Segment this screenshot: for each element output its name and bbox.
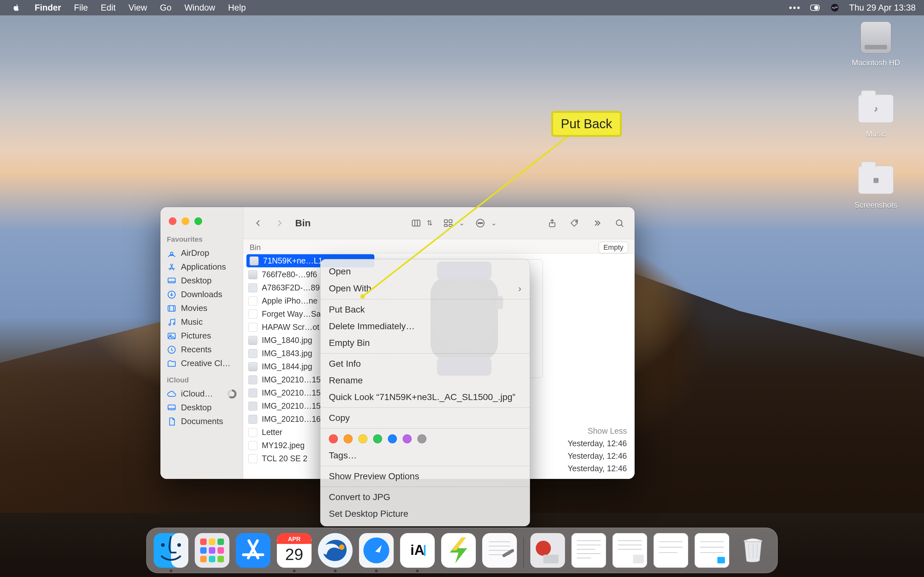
dock-ia-writer[interactable]: iA xyxy=(400,533,435,568)
fullscreen-button[interactable] xyxy=(194,218,202,225)
ctx-set-desktop-picture[interactable]: Set Desktop Picture xyxy=(320,506,530,522)
group-by-icon[interactable] xyxy=(441,216,455,230)
dock-finder[interactable] xyxy=(153,533,188,568)
tag-purple[interactable] xyxy=(403,434,412,443)
dock-thunderbird[interactable] xyxy=(318,533,352,568)
menu-go[interactable]: Go xyxy=(160,3,172,13)
ctx-open[interactable]: Open xyxy=(320,263,530,280)
tag-yellow[interactable] xyxy=(359,434,367,443)
ctx-tags[interactable]: Tags… xyxy=(320,447,530,464)
tag-green[interactable] xyxy=(373,434,382,443)
tag-blue[interactable] xyxy=(388,434,397,443)
menu-edit[interactable]: Edit xyxy=(101,3,116,13)
file-name: HAPAW Scr…ot xyxy=(262,322,319,332)
sidebar-item-recents[interactable]: Recents xyxy=(160,343,243,356)
dock-safari[interactable] xyxy=(359,533,394,568)
dock-app-green[interactable] xyxy=(441,533,476,568)
menu-file[interactable]: File xyxy=(74,3,88,13)
search-icon[interactable] xyxy=(613,216,626,230)
share-icon[interactable] xyxy=(545,216,559,230)
tag-grey[interactable] xyxy=(417,434,426,443)
show-less-link[interactable]: Show Less xyxy=(588,426,627,436)
toolbar-overflow-icon[interactable] xyxy=(590,216,604,230)
menu-window[interactable]: Window xyxy=(184,3,215,13)
finder-title: Bin xyxy=(295,218,310,229)
file-icon xyxy=(248,297,257,306)
svg-point-37 xyxy=(178,543,181,546)
menubar-app-name[interactable]: Finder xyxy=(35,3,61,13)
forward-button[interactable] xyxy=(273,216,286,230)
file-name: IMG_1840.jpg xyxy=(262,335,312,345)
ctx-empty-bin[interactable]: Empty Bin xyxy=(320,335,530,351)
dock-launchpad[interactable] xyxy=(195,533,229,568)
sidebar-heading-favourites: Favourites xyxy=(160,234,243,246)
menu-extra-overflow-icon[interactable]: ••• xyxy=(790,4,800,11)
ctx-sep xyxy=(320,353,530,354)
sidebar-item-icloud-[interactable]: iCloud… xyxy=(160,387,243,401)
dock-minimized-window-1[interactable] xyxy=(530,533,565,568)
sidebar-item-documents[interactable]: Documents xyxy=(160,414,243,428)
sidebar-item-desktop[interactable]: Desktop xyxy=(160,274,243,287)
desktop-icon-macintosh-hd[interactable]: Macintosh HD xyxy=(850,20,901,67)
file-name: Forget Way…Sa xyxy=(262,309,321,319)
view-columns-icon[interactable] xyxy=(409,216,423,230)
sidebar-item-movies[interactable]: Movies xyxy=(160,301,243,315)
file-name: Letter xyxy=(262,428,282,437)
ctx-show-preview-options[interactable]: Show Preview Options xyxy=(320,468,530,485)
desktop-icon-music[interactable]: ♪ Music xyxy=(850,91,901,139)
chevron-down-icon[interactable]: ⌄ xyxy=(459,219,465,227)
tag-red[interactable] xyxy=(329,434,338,443)
sidebar-item-desktop[interactable]: Desktop xyxy=(160,401,243,414)
sidebar-item-pictures[interactable]: Pictures xyxy=(160,329,243,343)
svg-rect-78 xyxy=(543,555,559,564)
minimize-button[interactable] xyxy=(182,218,189,225)
sidebar-item-creative-cl-[interactable]: Creative Cl… xyxy=(160,356,243,370)
dock-textedit[interactable] xyxy=(482,533,517,568)
menu-view[interactable]: View xyxy=(129,3,147,13)
sidebar-item-downloads[interactable]: Downloads xyxy=(160,287,243,301)
ctx-rename[interactable]: Rename xyxy=(320,372,530,389)
ctx-quick-look[interactable]: Quick Look “71N59K+ne3L._AC_SL1500_.jpg” xyxy=(320,389,530,406)
dock-trash[interactable] xyxy=(736,533,771,568)
preview-meta-line: Yesterday, 12:46 xyxy=(567,439,627,448)
menubar-datetime[interactable]: Thu 29 Apr 13:38 xyxy=(849,3,916,13)
ctx-copy[interactable]: Copy xyxy=(320,410,530,426)
svg-point-25 xyxy=(478,222,479,223)
tag-orange[interactable] xyxy=(344,434,352,443)
ctx-get-info[interactable]: Get Info xyxy=(320,356,530,372)
siri-icon[interactable] xyxy=(829,4,840,11)
ctx-convert-to-jpg[interactable]: Convert to JPG xyxy=(320,489,530,506)
svg-rect-79 xyxy=(572,533,606,568)
back-button[interactable] xyxy=(252,216,265,230)
sidebar-item-label: Pictures xyxy=(181,331,211,341)
chevron-updown-icon[interactable]: ⇅ xyxy=(427,219,433,227)
ctx-open-with[interactable]: Open With xyxy=(320,280,530,297)
ctx-tag-colors xyxy=(320,430,530,447)
sidebar-item-applications[interactable]: Applications xyxy=(160,260,243,274)
dock-app-store[interactable] xyxy=(236,533,270,568)
svg-point-27 xyxy=(481,222,483,223)
svg-rect-45 xyxy=(200,556,207,562)
ctx-delete-immediately[interactable]: Delete Immediately… xyxy=(320,318,530,335)
desktop-icon-screenshots[interactable]: ▤ Screenshots xyxy=(850,162,901,210)
dock-calendar[interactable]: APR29 xyxy=(277,533,312,568)
dock-minimized-doc-4[interactable] xyxy=(695,533,729,568)
tags-icon[interactable] xyxy=(568,216,582,230)
sidebar-heading-icloud: iCloud xyxy=(160,375,243,387)
file-icon xyxy=(248,376,257,384)
close-button[interactable] xyxy=(169,218,176,225)
dock-minimized-doc-2[interactable] xyxy=(612,533,647,568)
control-center-icon[interactable] xyxy=(809,4,821,11)
file-icon xyxy=(248,284,257,292)
ctx-put-back[interactable]: Put Back xyxy=(320,301,530,318)
chevron-down-icon[interactable]: ⌄ xyxy=(491,219,497,227)
empty-bin-button[interactable]: Empty xyxy=(599,242,628,253)
sidebar-item-airdrop[interactable]: AirDrop xyxy=(160,246,243,260)
sidebar-item-music[interactable]: Music xyxy=(160,315,243,329)
apple-menu-icon[interactable] xyxy=(11,4,22,11)
menu-help[interactable]: Help xyxy=(228,3,246,13)
action-menu-icon[interactable] xyxy=(473,216,487,230)
dock-minimized-doc-3[interactable] xyxy=(654,533,688,568)
dock-minimized-doc-1[interactable] xyxy=(572,533,606,568)
path-crumb[interactable]: Bin xyxy=(250,243,261,252)
